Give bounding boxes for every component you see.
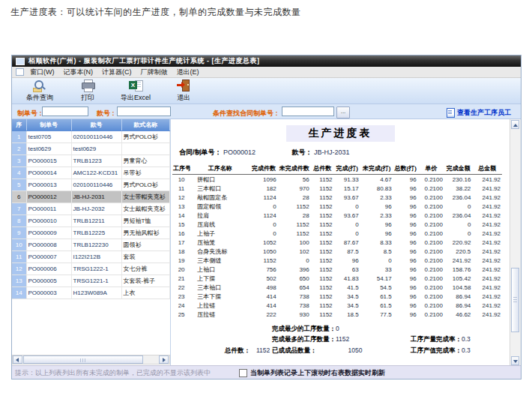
report-cell: 96 <box>393 229 418 238</box>
report-cell: 上袖口 <box>190 265 250 274</box>
main-area: 序制单号款号款式名称 1test0705020100110446男式POLO衫2… <box>12 118 521 366</box>
child-window-icon <box>16 68 24 76</box>
report-cell: 241.92 <box>472 193 502 202</box>
report-cell: 1152 <box>311 310 334 319</box>
report-cell: 241.92 <box>444 256 472 265</box>
report-col-header: 工序名称 <box>190 164 250 175</box>
report-cell: 1152 <box>311 274 334 283</box>
scroll-down-button[interactable] <box>511 356 519 365</box>
report-cell: 96 <box>393 247 418 256</box>
report-cell: 0.2100 <box>418 274 444 283</box>
report-cell: 10 <box>172 175 190 184</box>
report-cell: 0.2100 <box>418 202 444 211</box>
report-row: 15压肩线011521152096960.21000241.92 <box>172 220 502 229</box>
report-cell: 86.94 <box>444 301 472 310</box>
report-cell: 敲帽固定条 <box>190 193 250 202</box>
report-cell: 固定帽领 <box>190 202 250 211</box>
report-row: 10拼帽口109656115291.334.67960.2100230.1624… <box>172 175 502 184</box>
order-row[interactable]: 12PO000006TRSG1222-1女七分裤 <box>12 263 170 275</box>
report-cell: 96 <box>393 238 418 247</box>
order-no-input[interactable] <box>42 106 88 116</box>
report-cell: 241.92 <box>472 247 502 256</box>
view-process-workers-link[interactable]: 查看生产工序员工 <box>447 108 511 118</box>
report-cell: 12 <box>172 193 190 202</box>
style-no-cell: TRSG1221-1 <box>71 275 121 287</box>
report-cell: 2.33 <box>360 211 393 220</box>
report-cell: 502 <box>250 274 277 283</box>
scroll-up-button[interactable] <box>511 120 519 129</box>
order-list-panel: 序制单号款号款式名称 1test0705020100110446男式POLO衫2… <box>12 119 171 366</box>
order-row[interactable]: 9PO000009TRLB12225男无袖风帽衫 <box>12 227 170 239</box>
menu-bar: 窗口(W) 记事本(N) 计算器(C) 厂牌制做 退出(E) <box>12 67 521 78</box>
refresh-checkbox[interactable]: 当制单列表记录上下滚动时右表数据实时刷新 <box>239 368 385 378</box>
report-cell: 56 <box>278 175 311 184</box>
order-row[interactable]: 8PO000010TRLB12211男短袖T恤 <box>12 215 170 227</box>
report-cell: 96 <box>393 274 418 283</box>
order-row[interactable]: 4PO000014AMC122-KCD31吊带衫 <box>12 167 170 179</box>
report-cell: 241.92 <box>472 211 502 220</box>
export-excel-button[interactable]: 导出Excel <box>115 80 156 103</box>
order-row[interactable]: 13PO000005TRSG1221-1女套装-裤子 <box>12 275 170 287</box>
report-cell: 0.2100 <box>418 175 444 184</box>
order-row[interactable]: 1test0705020100110446男式POLO衫 <box>12 131 170 143</box>
print-button-label: 打印 <box>81 93 94 103</box>
scroll-right-button[interactable] <box>159 356 169 364</box>
order-row[interactable]: 5PO000013020100110446男式POLO衫 <box>12 179 170 191</box>
report-cell: 24 <box>172 301 190 310</box>
order-no-cell: PO000010 <box>26 215 71 227</box>
order-no-cell: PO000008 <box>26 239 71 251</box>
report-cell: 1152 <box>278 202 311 211</box>
report-cell: 241.92 <box>472 220 502 229</box>
report-cell: 21 <box>172 274 190 283</box>
finished-products-value: 1050 <box>348 346 363 354</box>
report-cell: 上拉链 <box>190 301 250 310</box>
query-button[interactable]: 条件查询 <box>19 80 60 103</box>
report-cell: 23 <box>172 292 190 301</box>
order-row[interactable]: 14PO000003H123W089A上衣 <box>12 287 170 299</box>
order-row[interactable]: 11PO000007I122I212B套装 <box>12 251 170 263</box>
style-name-cell: 吊带衫 <box>121 167 170 179</box>
order-row[interactable]: 7PO000011JB-HJ-2032女士戴帽夹克衫 <box>12 203 170 215</box>
contract-search-input[interactable] <box>282 106 334 116</box>
order-row[interactable]: 6PO000012JB-HJ-2031女士带帽夹克衫 <box>12 191 170 203</box>
menu-item-window[interactable]: 窗口(W) <box>30 68 55 77</box>
report-cell: 96 <box>393 283 418 292</box>
order-list-table: 序制单号款号款式名称 1test0705020100110446男式POLO衫2… <box>12 119 170 299</box>
report-cell: 241.92 <box>472 184 502 193</box>
menu-item-notepad[interactable]: 记事本(N) <box>64 68 94 77</box>
menu-item-exit[interactable]: 退出(E) <box>177 68 199 77</box>
scroll-left-button[interactable] <box>13 356 22 364</box>
report-cell: 0 <box>334 202 360 211</box>
order-row[interactable]: 2test0629test0629 <box>12 143 170 155</box>
style-no-input[interactable] <box>117 106 171 116</box>
order-seq-cell: 11 <box>12 251 26 263</box>
style-name-cell: 女士带帽夹克衫 <box>121 191 170 203</box>
style-no-cell: 020100110446 <box>71 131 121 143</box>
order-row[interactable]: 10PO000008TRLB122230圆领衫 <box>12 239 170 251</box>
report-cell: 上下摆 <box>190 274 250 283</box>
report-cell: 1052 <box>250 238 277 247</box>
report-cell: 1152 <box>311 184 334 193</box>
contract-search-label: 条件查找合同制单号 : <box>213 109 278 118</box>
style-no-cell: TRLB1223 <box>71 155 121 167</box>
report-cell: 三本下摆 <box>190 292 250 301</box>
report-cell: 241.92 <box>472 238 502 247</box>
vertical-scroll-thumb[interactable] <box>511 268 519 332</box>
order-row[interactable]: 3PO000015TRLB1223男童背心 <box>12 155 170 167</box>
report-cell: 80.83 <box>360 184 393 193</box>
order-no-cell: PO000014 <box>26 167 71 179</box>
report-style-value: JB-HJ-2031 <box>314 148 350 156</box>
menu-item-calculator[interactable]: 计算器(C) <box>102 68 132 77</box>
title-bar: 栢顺软件(广州) - 服装制衣厂工票打菲计件生产统计系统 - [生产进度总表] <box>12 56 521 67</box>
total-pieces-value: 1152 <box>256 346 270 354</box>
progress-table-body: 10拼帽口109656115291.334.67960.2100230.1624… <box>172 175 502 319</box>
status-hint: 提示：以上列表列出所有未完成的制单，已完成的不显示该列表中 <box>15 368 211 378</box>
menu-item-badge-make[interactable]: 厂牌制做 <box>141 68 168 77</box>
print-button[interactable]: 打印 <box>67 80 108 103</box>
style-name-cell: 圆领衫 <box>121 239 170 251</box>
order-col-header: 序 <box>12 119 26 131</box>
horizontal-scroll-thumb[interactable] <box>23 356 143 364</box>
exit-button[interactable]: 退出 <box>163 80 204 103</box>
report-cell: 2.33 <box>360 193 393 202</box>
browse-button[interactable]: ... <box>336 106 350 118</box>
